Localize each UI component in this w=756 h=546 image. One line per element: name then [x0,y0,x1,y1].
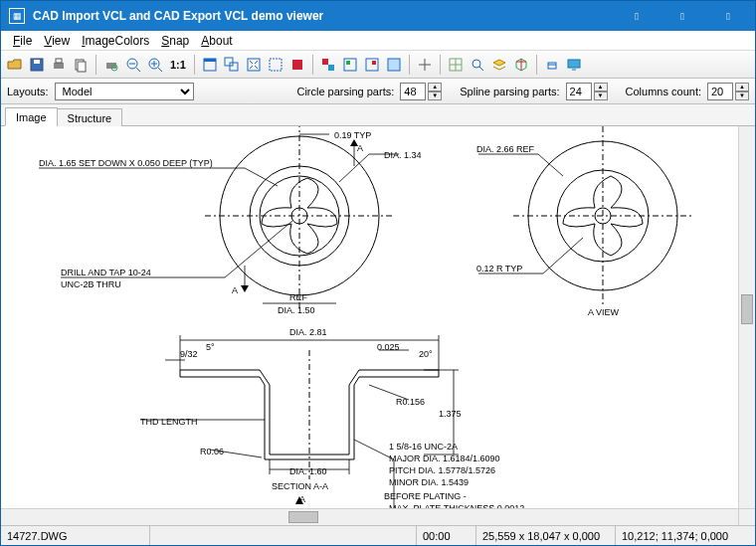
status-spacer [150,526,417,545]
menu-snap[interactable]: Snap [155,32,195,50]
copy-icon[interactable] [71,55,91,75]
layers-icon[interactable] [489,55,509,75]
svg-text:MAJOR DIA. 1.6184/1.6090: MAJOR DIA. 1.6184/1.6090 [389,454,500,463]
svg-marker-49 [241,285,249,292]
window2-icon[interactable] [222,55,242,75]
circle-spinner[interactable]: ▲▼ [400,83,442,100]
circle-input[interactable] [400,83,426,100]
svg-text:DIA. 1.34: DIA. 1.34 [384,150,422,160]
spline-input[interactable] [566,83,592,100]
svg-point-34 [472,60,480,68]
scroll-corner [738,509,755,525]
status-extent: 25,559 x 18,047 x 0,000 [476,526,616,545]
vertical-scrollbar[interactable] [738,126,755,508]
svg-rect-27 [372,61,376,65]
circle-down[interactable]: ▼ [428,91,442,100]
v-thumb[interactable] [741,294,753,324]
menu-view[interactable]: View [38,32,76,50]
app-window: ▦ CAD Import VCL and CAD Export VCL demo… [0,0,756,546]
layer2-icon[interactable] [340,55,360,75]
svg-rect-22 [322,59,328,65]
3d-icon[interactable] [511,55,531,75]
open-icon[interactable] [5,55,25,75]
svg-rect-19 [248,59,260,71]
spline-spinner[interactable]: ▲▼ [566,83,608,100]
columns-down[interactable]: ▼ [735,91,749,100]
svg-rect-5 [78,62,86,72]
layer4-icon[interactable] [384,55,404,75]
window1-icon[interactable] [200,55,220,75]
stop-icon[interactable] [287,55,307,75]
spline-label: Spline parsing parts: [460,86,559,97]
svg-text:DIA. 2.66 REF: DIA. 2.66 REF [476,144,535,154]
columns-label: Columns count: [626,86,701,97]
columns-input[interactable] [707,83,733,100]
print-preview-icon[interactable] [101,55,121,75]
close-button[interactable]:  [705,1,751,31]
svg-rect-21 [292,60,302,70]
grid-icon[interactable] [446,55,466,75]
spline-up[interactable]: ▲ [594,83,608,91]
zoom-out-icon[interactable] [123,55,143,75]
svg-line-9 [136,68,140,72]
svg-line-12 [158,68,162,72]
svg-rect-20 [270,59,282,71]
svg-text:0.025: 0.025 [377,342,400,352]
spline-down[interactable]: ▼ [594,91,608,100]
svg-text:DIA. 1.50: DIA. 1.50 [278,305,315,315]
tab-image[interactable]: Image [5,107,58,126]
svg-text:SECTION A-A: SECTION A-A [272,481,328,491]
horizontal-scrollbar[interactable] [1,508,755,525]
svg-line-76 [543,238,583,273]
svg-text:PITCH DIA. 1.5778/1.5726: PITCH DIA. 1.5778/1.5726 [389,465,495,475]
fit-icon[interactable] [244,55,264,75]
columns-up[interactable]: ▲ [735,83,749,91]
selectall-icon[interactable] [266,55,285,75]
content: DIA. 1.65 SET DOWN X 0.050 DEEP (TYP) DR… [1,126,755,525]
layer3-icon[interactable] [362,55,382,75]
circle-up[interactable]: ▲ [428,83,442,91]
circle-label: Circle parsing parts: [296,86,394,97]
menu-file[interactable]: File [7,32,38,50]
titlebar: ▦ CAD Import VCL and CAD Export VCL demo… [1,1,755,31]
h-thumb[interactable] [288,511,318,523]
monitor-icon[interactable] [564,55,584,75]
svg-rect-36 [548,63,556,69]
svg-rect-18 [230,63,238,71]
svg-text:BEFORE PLATING -: BEFORE PLATING - [384,491,467,501]
zoom-in-icon[interactable] [145,55,165,75]
menu-about[interactable]: About [195,32,238,50]
options-bar: Layouts: Model Circle parsing parts: ▲▼ … [1,79,755,104]
layer1-icon[interactable] [318,55,338,75]
toolbar: 1:1 [1,51,755,79]
columns-spinner[interactable]: ▲▼ [707,83,749,100]
search-icon[interactable] [468,55,487,75]
zoom-reset-button[interactable]: 1:1 [167,55,189,75]
maximize-button[interactable]:  [660,1,705,31]
svg-rect-28 [388,59,400,71]
svg-line-35 [479,67,483,71]
svg-rect-23 [328,65,334,71]
svg-rect-38 [568,60,580,68]
svg-text:9/32: 9/32 [180,349,198,359]
svg-text:0.19 TYP: 0.19 TYP [334,130,371,140]
tab-structure[interactable]: Structure [57,108,123,126]
svg-text:DIA. 1.65 SET DOWN X 0.050 DEE: DIA. 1.65 SET DOWN X 0.050 DEEP (TYP) [39,158,213,168]
svg-text:MINOR DIA. 1.5439: MINOR DIA. 1.5439 [389,477,469,487]
svg-text:DIA. 2.81: DIA. 2.81 [289,327,327,337]
svg-line-51 [245,168,278,186]
minimize-button[interactable]:  [614,1,660,31]
svg-text:DIA. 1.60: DIA. 1.60 [289,466,327,476]
svg-line-54 [225,221,292,277]
drawing-canvas[interactable]: DIA. 1.65 SET DOWN X 0.050 DEEP (TYP) DR… [1,126,738,508]
save-icon[interactable] [27,55,47,75]
cad-drawing: DIA. 1.65 SET DOWN X 0.050 DEEP (TYP) DR… [1,126,727,508]
svg-text:A: A [232,285,238,295]
print-icon[interactable] [49,55,69,75]
dimension-icon[interactable] [415,55,435,75]
menu-imagecolors[interactable]: ImageColors [76,32,155,50]
app-icon: ▦ [9,8,25,24]
layouts-select[interactable]: Model [55,83,194,100]
settings-icon[interactable] [542,55,562,75]
svg-line-94 [354,440,394,459]
